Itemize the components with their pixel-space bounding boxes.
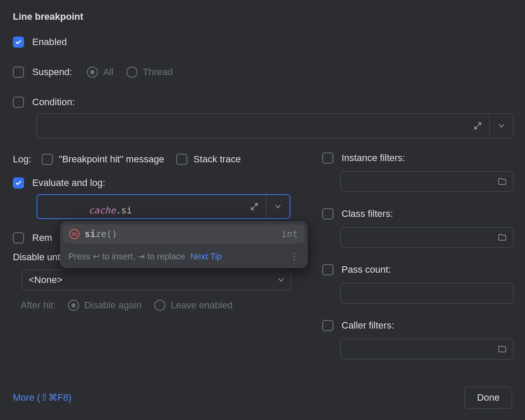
code-token-variable: cache (89, 205, 116, 216)
expand-icon[interactable] (466, 122, 489, 130)
code-token-dot: . (116, 205, 121, 216)
history-chevron-icon[interactable] (266, 195, 290, 218)
dialog-title: Line breakpoint (13, 11, 512, 22)
pass-count-input[interactable] (340, 283, 513, 304)
next-tip-link[interactable]: Next Tip (190, 252, 222, 262)
folder-icon (498, 344, 507, 354)
caller-filters-input[interactable] (340, 339, 513, 359)
disable-until-value: <None> (29, 274, 62, 286)
log-stack-checkbox[interactable] (176, 154, 187, 165)
folder-icon (498, 233, 507, 242)
after-leave-radio[interactable] (154, 300, 165, 311)
pass-count-label: Pass count: (342, 264, 391, 275)
enabled-checkbox[interactable] (13, 37, 24, 48)
suspend-thread-radio[interactable] (126, 67, 137, 78)
chevron-down-icon (278, 277, 284, 283)
autocomplete-match: si (85, 229, 95, 239)
instance-filters-checkbox[interactable] (322, 152, 333, 164)
class-filters-checkbox[interactable] (322, 208, 333, 219)
suspend-all-radio[interactable] (87, 67, 98, 78)
after-leave-label: Leave enabled (171, 300, 232, 311)
suspend-checkbox[interactable] (13, 67, 24, 78)
class-filters-label: Class filters: (342, 208, 393, 219)
suspend-all-label: All (103, 67, 113, 78)
disable-until-select[interactable]: <None> (21, 270, 291, 290)
autocomplete-item[interactable]: m size() int (63, 225, 305, 243)
instance-filters-label: Instance filters: (342, 152, 405, 164)
after-disable-radio[interactable] (68, 300, 79, 311)
log-label: Log: (13, 154, 31, 165)
autocomplete-parens: () (107, 229, 117, 239)
evaluate-label: Evaluate and log: (32, 177, 105, 189)
pass-count-checkbox[interactable] (322, 264, 333, 275)
remove-once-hit-label: Rem (32, 232, 52, 243)
method-icon: m (69, 229, 79, 239)
history-chevron-icon[interactable] (490, 114, 513, 138)
condition-label: Condition: (32, 97, 75, 108)
instance-filters-input[interactable] (340, 171, 513, 192)
log-bp-hit-checkbox[interactable] (42, 154, 53, 165)
remove-once-hit-checkbox[interactable] (13, 232, 24, 243)
suspend-label: Suspend: (32, 67, 72, 78)
evaluate-checkbox[interactable] (13, 177, 24, 189)
done-button[interactable]: Done (464, 387, 512, 409)
class-filters-input[interactable] (340, 227, 513, 248)
log-bp-hit-label: "Breakpoint hit" message (59, 154, 165, 165)
evaluate-input[interactable]: cache.si (37, 194, 290, 219)
more-options-icon[interactable]: ⋮ (290, 251, 299, 262)
code-token-method: si (121, 205, 132, 216)
after-hit-label: After hit: (21, 300, 56, 311)
suspend-thread-label: Thread (143, 67, 173, 78)
condition-input[interactable] (37, 113, 513, 138)
after-disable-label: Disable again (84, 300, 141, 311)
enabled-label: Enabled (32, 37, 67, 48)
condition-checkbox[interactable] (13, 97, 24, 108)
autocomplete-popup: m size() int Press ↩ to insert, ⇥ to rep… (60, 222, 308, 268)
folder-icon (498, 177, 507, 186)
caller-filters-label: Caller filters: (342, 320, 394, 331)
caller-filters-checkbox[interactable] (322, 320, 333, 331)
expand-icon[interactable] (243, 202, 266, 211)
more-link[interactable]: More (⇧⌘F8) (13, 392, 72, 403)
autocomplete-type: int (281, 229, 298, 239)
autocomplete-rest: ze (95, 229, 106, 239)
log-stack-label: Stack trace (193, 154, 241, 165)
autocomplete-hint: Press ↩ to insert, ⇥ to replace (68, 251, 185, 262)
